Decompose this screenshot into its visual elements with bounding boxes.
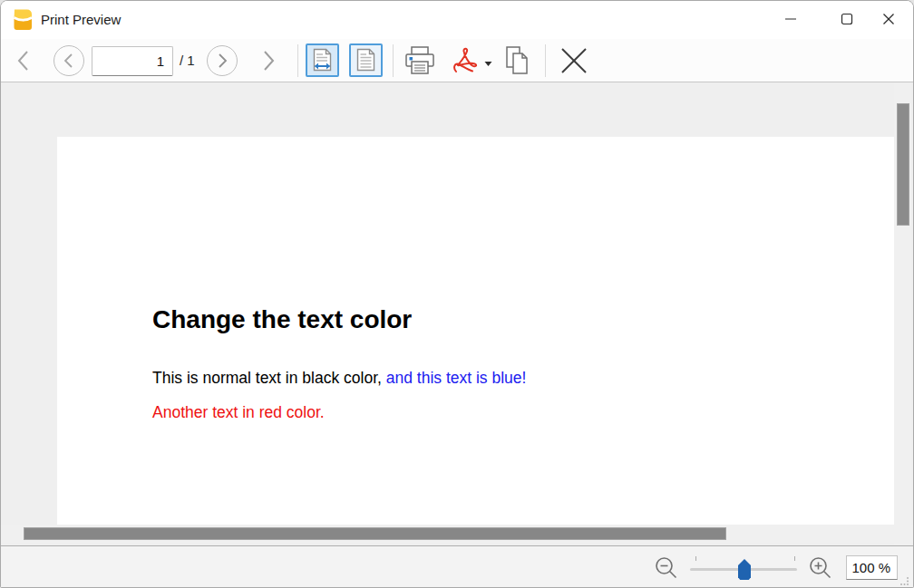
horizontal-scrollbar-thumb[interactable]	[24, 527, 726, 540]
app-icon	[13, 8, 34, 31]
zoom-slider[interactable]	[688, 554, 799, 583]
document-paragraph-2: Another text in red color.	[152, 403, 325, 422]
maximize-button[interactable]	[826, 1, 868, 37]
minimize-button[interactable]	[770, 1, 812, 37]
titlebar: Print Preview	[1, 1, 913, 39]
fit-page-button[interactable]	[349, 43, 383, 77]
chevron-left-icon	[14, 49, 34, 72]
zoom-out-button[interactable]	[654, 555, 679, 581]
next-page-button[interactable]	[207, 45, 238, 76]
chevron-left-circle-icon	[62, 53, 76, 69]
document-page: Change the text color This is normal tex…	[57, 137, 894, 526]
adobe-pdf-icon	[451, 46, 481, 75]
slider-tick	[794, 556, 795, 561]
window-title: Print Preview	[41, 1, 121, 39]
horizontal-scrollbar-track[interactable]	[1, 525, 913, 543]
print-button[interactable]	[401, 43, 439, 79]
fit-width-icon	[311, 48, 334, 72]
document-paragraph-1: This is normal text in black color, and …	[152, 369, 526, 388]
chevron-right-icon	[258, 49, 278, 72]
toolbar-separator	[545, 44, 546, 77]
export-pdf-button[interactable]	[449, 43, 494, 79]
vertical-scrollbar-track[interactable]	[894, 82, 911, 545]
fit-width-button[interactable]	[306, 43, 339, 77]
zoom-in-button[interactable]	[808, 555, 833, 581]
zoom-slider-handle[interactable]	[738, 559, 751, 580]
zoom-percent-input[interactable]	[846, 555, 898, 580]
pdf-dropdown-caret-icon	[484, 61, 492, 67]
window-close-button[interactable]	[868, 1, 909, 37]
toolbar-separator	[393, 44, 394, 77]
zoom-out-icon	[654, 555, 679, 581]
toolbar: / 1	[1, 39, 913, 82]
close-preview-icon	[560, 47, 588, 74]
document-heading: Change the text color	[152, 305, 412, 334]
window-close-icon	[882, 13, 895, 25]
copy-pages-icon	[501, 44, 533, 77]
copy-button[interactable]	[498, 43, 536, 79]
previous-page-button[interactable]	[53, 45, 84, 76]
slider-tick	[695, 556, 696, 561]
zoom-in-icon	[808, 555, 833, 581]
print-preview-window: Print Preview	[0, 0, 914, 588]
chevron-right-circle-icon	[215, 53, 229, 69]
last-page-button[interactable]	[256, 45, 281, 76]
printer-icon	[403, 45, 437, 76]
vertical-scrollbar-thumb[interactable]	[897, 103, 909, 226]
statusbar	[1, 545, 913, 588]
toolbar-separator	[297, 44, 298, 77]
maximize-icon	[841, 13, 853, 25]
first-page-button[interactable]	[11, 45, 36, 76]
black-text-run: This is normal text in black color,	[152, 369, 386, 387]
preview-area: Change the text color This is normal tex…	[1, 82, 913, 545]
page-total-label: / 1	[180, 39, 195, 82]
close-preview-button[interactable]	[555, 43, 593, 79]
blue-text-run: and this text is blue!	[386, 369, 527, 387]
fit-page-icon	[355, 48, 377, 72]
page-number-input[interactable]	[92, 46, 173, 76]
resize-grip-icon[interactable]	[899, 576, 909, 586]
minimize-icon	[784, 13, 797, 25]
